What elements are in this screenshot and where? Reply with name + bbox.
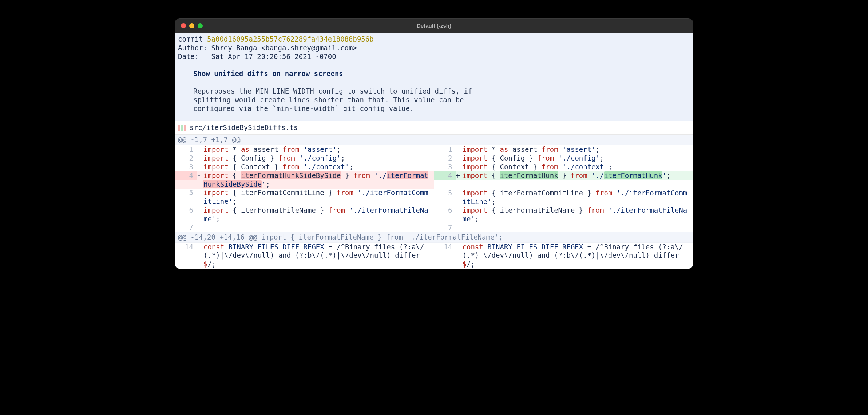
line-number: 6 [434,206,456,215]
code: const BINARY_FILES_DIFF_REGEX = /^Binary… [463,243,693,269]
diff-file-icon [178,125,186,131]
diff-line: 7 [175,223,434,232]
code: import * as assert from 'assert'; [203,145,434,154]
commit-hash: 5a00d16095a255b57c762289fa434e18088b956b [207,35,374,43]
diff-hunks: @@ -1,7 +1,7 @@1import * as assert from … [175,135,693,269]
commit-title: Show unified diffs on narrow screens [178,70,690,78]
code: import { iterFormatHunk } from './iterFo… [463,171,693,180]
zoom-icon[interactable] [198,23,203,28]
diff-line: 1import * as assert from 'assert'; [434,145,693,154]
file-path: src/iterSideBySideDiffs.ts [190,123,298,132]
diff-line: 5import { iterFormatCommitLine } from '.… [434,189,693,206]
diff-side-old: 14const BINARY_FILES_DIFF_REGEX = /^Bina… [175,243,434,269]
commit-date-line: Date: Sat Apr 17 20:20:56 2021 -0700 [178,52,690,61]
commit-body: Repurposes the MIN_LINE_WIDTH config to … [178,87,690,113]
minimize-icon[interactable] [189,23,194,28]
terminal-content[interactable]: commit 5a00d16095a255b57c762289fa434e180… [175,33,693,269]
titlebar[interactable]: Default (-zsh) [175,19,693,33]
diff-line: 3import { Context } from './context'; [175,163,434,171]
code: import { iterFormatHunkSideBySide } from… [203,171,434,189]
diff-line: 4-import { iterFormatHunkSideBySide } fr… [175,171,434,189]
diff-line: 7 [434,224,693,232]
file-header: src/iterSideBySideDiffs.ts [175,121,693,135]
window-title: Default (-zsh) [175,23,693,29]
code: import { iterFormatFileName } from './it… [203,206,434,224]
diff-line: 1import * as assert from 'assert'; [175,145,434,154]
code: import { Config } from './config'; [203,154,434,163]
diff-line: 14const BINARY_FILES_DIFF_REGEX = /^Bina… [434,243,693,269]
commit-header: commit 5a00d16095a255b57c762289fa434e180… [175,33,693,121]
commit-body-line: splitting would create lines shorter tha… [193,96,690,104]
line-number: 2 [434,154,456,163]
line-number: 5 [175,189,197,197]
hunk-header: @@ -14,20 +14,16 @@ import { iterFormatF… [175,232,693,243]
line-number: 6 [175,206,197,215]
code: import { Context } from './context'; [203,163,434,171]
diff-side-old: 1import * as assert from 'assert';2impor… [175,145,434,232]
code: import { Context } from './context'; [463,163,693,171]
commit-author-line: Author: Shrey Banga <banga.shrey@gmail.c… [178,44,690,52]
diff-line: 2import { Config } from './config'; [434,154,693,163]
line-number: 4 [434,171,456,180]
diff-line: 6import { iterFormatFileName } from './i… [434,206,693,224]
commit-body-line: Repurposes the MIN_LINE_WIDTH config to … [193,87,690,96]
line-number: 14 [434,243,456,252]
terminal-window: Default (-zsh) commit 5a00d16095a255b57c… [175,18,693,269]
diff-sign: + [456,171,463,180]
commit-hash-line: commit 5a00d16095a255b57c762289fa434e180… [178,35,690,44]
diff-line: 14const BINARY_FILES_DIFF_REGEX = /^Bina… [175,243,434,269]
diff-side-new: 14const BINARY_FILES_DIFF_REGEX = /^Bina… [434,243,693,269]
line-number: 4 [175,171,197,180]
diff-grid: 1import * as assert from 'assert';2impor… [175,145,693,232]
code: import { iterFormatFileName } from './it… [463,206,693,224]
line-number: 2 [175,154,197,163]
diff-line: 4+import { iterFormatHunk } from './iter… [434,171,693,180]
line-number: 3 [434,163,456,171]
diff-sign: - [197,171,203,180]
code: import * as assert from 'assert'; [463,145,693,154]
diff-grid: 14const BINARY_FILES_DIFF_REGEX = /^Bina… [175,243,693,269]
hunk-header: @@ -1,7 +1,7 @@ [175,135,693,145]
diff-side-new: 1import * as assert from 'assert';2impor… [434,145,693,232]
line-number: 14 [175,243,197,252]
diff-line: 2import { Config } from './config'; [175,154,434,163]
traffic-lights [181,23,203,28]
line-number: 1 [434,145,456,154]
line-number: 5 [434,189,456,198]
line-number: 1 [175,145,197,154]
code: import { Config } from './config'; [463,154,693,163]
code: import { iterFormatCommitLine } from './… [203,189,434,206]
line-number: 7 [434,224,456,232]
diff-line [434,180,693,189]
code: const BINARY_FILES_DIFF_REGEX = /^Binary… [203,243,434,269]
line-number: 7 [175,223,197,232]
diff-line: 6import { iterFormatFileName } from './i… [175,206,434,224]
commit-body-line: configured via the `min-line-width` git … [193,104,690,113]
diff-line: 5import { iterFormatCommitLine } from '.… [175,189,434,206]
line-number: 3 [175,163,197,171]
code: import { iterFormatCommitLine } from './… [463,189,693,206]
diff-line: 3import { Context } from './context'; [434,163,693,171]
close-icon[interactable] [181,23,186,28]
